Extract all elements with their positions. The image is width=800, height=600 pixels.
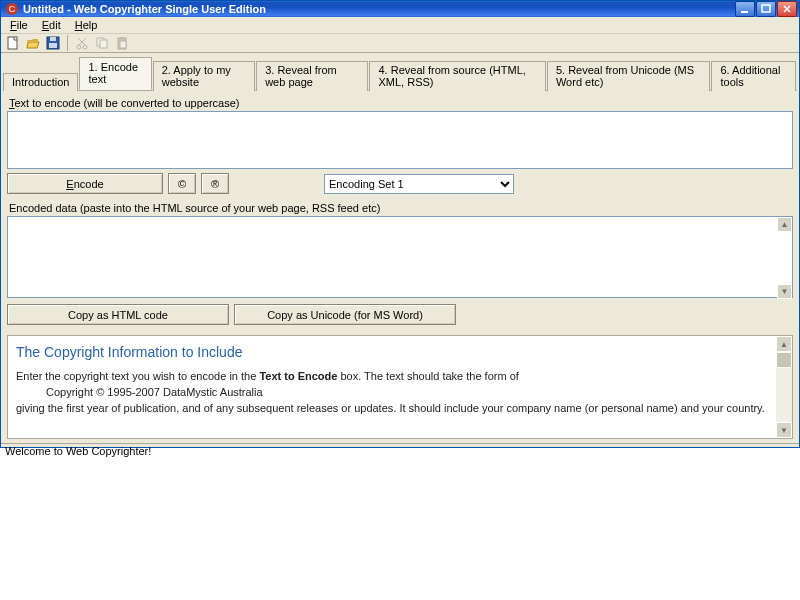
info-panel: The Copyright Information to Include Ent… [7, 335, 793, 439]
scroll-down-icon[interactable]: ▼ [777, 284, 792, 299]
svg-rect-3 [762, 5, 770, 12]
svg-point-10 [77, 45, 81, 49]
menubar: FFileile EEditdit HHelpelp [1, 17, 799, 34]
copyright-symbol-button[interactable]: © [168, 173, 196, 194]
svg-rect-18 [120, 41, 126, 48]
scroll-up-icon[interactable]: ▲ [776, 336, 792, 352]
cut-icon [73, 34, 91, 52]
window-title: Untitled - Web Copyrighter Single User E… [23, 3, 735, 15]
encoding-set-select[interactable]: Encoding Set 1 [324, 174, 514, 194]
menu-help[interactable]: HHelpelp [68, 17, 105, 33]
svg-line-13 [78, 38, 85, 45]
copy-html-button[interactable]: Copy as HTML code [7, 304, 229, 325]
encoded-data-output[interactable] [7, 216, 793, 298]
copy-unicode-button[interactable]: Copy as Unicode (for MS Word) [234, 304, 456, 325]
tab-content: Text to encode (will be converted to upp… [1, 91, 799, 443]
toolbar-divider [67, 35, 68, 51]
tab-reveal-web[interactable]: 3. Reveal from web page [256, 61, 368, 91]
menu-file[interactable]: FFileile [3, 17, 35, 33]
encode-row: EEncodencode © ® Encoding Set 1 [7, 173, 793, 194]
svg-rect-8 [50, 37, 56, 41]
svg-point-11 [83, 45, 87, 49]
close-button[interactable] [777, 1, 797, 17]
svg-rect-9 [49, 43, 57, 48]
svg-line-12 [79, 38, 86, 45]
statusbar: Welcome to Web Copyrighter! [1, 443, 799, 458]
tab-encode-text[interactable]: 1. Encode text [79, 57, 151, 90]
status-text: Welcome to Web Copyrighter! [5, 445, 151, 457]
new-icon[interactable] [4, 34, 22, 52]
info-p3: giving the first year of publication, an… [16, 402, 768, 414]
app-icon: C [5, 2, 19, 16]
tab-reveal-unicode[interactable]: 5. Reveal from Unicode (MS Word etc) [547, 61, 711, 91]
toolbar [1, 34, 799, 53]
paste-icon [113, 34, 131, 52]
maximize-button[interactable] [756, 1, 776, 17]
copy-icon [93, 34, 111, 52]
tab-introduction[interactable]: Introduction [3, 73, 78, 91]
scroll-down-icon[interactable]: ▼ [776, 422, 792, 438]
save-icon[interactable] [44, 34, 62, 52]
encode-button[interactable]: EEncodencode [7, 173, 163, 194]
tabbar: Introduction 1. Encode text 2. Apply to … [3, 57, 797, 91]
minimize-button[interactable] [735, 1, 755, 17]
tab-apply-website[interactable]: 2. Apply to my website [153, 61, 255, 91]
info-scrollbar[interactable]: ▲ ▼ [776, 336, 792, 438]
svg-rect-6 [8, 37, 17, 49]
label-encoded-data: Encoded data (paste into the HTML source… [9, 202, 793, 214]
scroll-up-icon[interactable]: ▲ [777, 217, 792, 232]
info-heading: The Copyright Information to Include [16, 344, 768, 360]
tab-reveal-source[interactable]: 4. Reveal from source (HTML, XML, RSS) [369, 61, 545, 91]
svg-rect-17 [120, 37, 124, 39]
registered-symbol-button[interactable]: ® [201, 173, 229, 194]
scroll-thumb[interactable] [776, 352, 792, 368]
copy-row: Copy as HTML code Copy as Unicode (for M… [7, 304, 793, 325]
titlebar: C Untitled - Web Copyrighter Single User… [1, 1, 799, 17]
text-to-encode-input[interactable] [7, 111, 793, 169]
tab-additional-tools[interactable]: 6. Additional tools [711, 61, 796, 91]
svg-text:C: C [9, 4, 16, 14]
label-text-to-encode: Text to encode (will be converted to upp… [9, 97, 793, 109]
menu-edit[interactable]: EEditdit [35, 17, 68, 33]
info-example: Copyright © 1995-2007 DataMystic Austral… [46, 386, 768, 398]
svg-rect-2 [741, 11, 748, 13]
svg-rect-15 [100, 40, 107, 48]
open-icon[interactable] [24, 34, 42, 52]
info-p1: Enter the copyright text you wish to enc… [16, 370, 768, 382]
